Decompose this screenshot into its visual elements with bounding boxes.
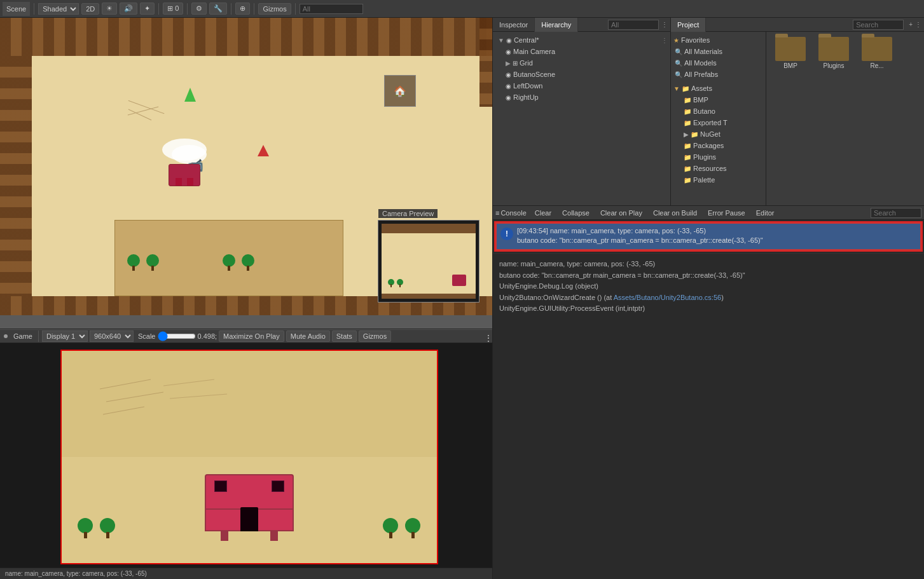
svg-rect-24	[411, 532, 415, 538]
mute-audio-button[interactable]: Mute Audio	[286, 330, 330, 342]
project-bmp[interactable]: 📁 BMP	[673, 94, 763, 106]
hierarchy-item-grid[interactable]: ▶ ⊞ Grid	[495, 57, 668, 69]
hierarchy-tab[interactable]: Hierarchy	[535, 18, 578, 32]
toolbar-sep-3	[187, 3, 188, 15]
hierarchy-menu-btn[interactable]: ⋮	[661, 21, 670, 28]
console-clear-btn[interactable]: Clear	[530, 208, 556, 217]
game-tree-2	[97, 517, 119, 541]
project-palette[interactable]: 📁 Palette	[673, 174, 763, 186]
folder-icon-bmp[interactable]: BMP	[771, 37, 810, 69]
console-editor-btn[interactable]: Editor	[751, 208, 780, 217]
game-panel-menu[interactable]: ⋮	[485, 334, 490, 339]
svg-point-4	[146, 254, 159, 267]
scale-value: 0.498;	[198, 332, 217, 340]
mode-2d-button[interactable]: 2D	[81, 3, 99, 15]
console-warning-icon: !	[500, 228, 513, 240]
project-menu-btn[interactable]: +	[906, 21, 915, 28]
game-tree-1	[74, 517, 97, 541]
console-detail-line3: UnityEngine.Debug.Log (object)	[499, 281, 918, 292]
svg-point-21	[100, 518, 115, 533]
scene-canvas[interactable]: 🏠 📹	[0, 18, 492, 315]
butano-folder-icon: 📁	[684, 108, 691, 115]
folder-icon-plugins[interactable]: Plugins	[815, 37, 853, 69]
game-gizmos-button[interactable]: Gizmos	[359, 330, 391, 342]
effects-button[interactable]: ✦	[140, 3, 155, 15]
game-tab-label[interactable]: Game	[11, 332, 35, 340]
project-butano[interactable]: 📁 Butano	[673, 106, 763, 117]
console-collapse-btn[interactable]: Collapse	[557, 208, 595, 217]
game-canvas	[0, 343, 492, 568]
project-content: ★ Favorites 🔍 All Materials 🔍 All Models	[671, 32, 924, 205]
project-nuget[interactable]: ▶ 📁 NuGet	[673, 128, 763, 140]
console-toolbar: ≡ Console Clear Collapse Clear on Play C…	[493, 206, 924, 220]
svg-point-25	[383, 518, 398, 533]
project-all-models[interactable]: 🔍 All Models	[673, 57, 763, 69]
game-tree-4	[380, 517, 402, 541]
left-down-icon: ◉	[506, 83, 511, 90]
hierarchy-item-left-down[interactable]: ◉ LeftDown	[495, 80, 668, 92]
right-up-label: RightUp	[513, 93, 539, 101]
camera-preview-window: Camera Preview	[378, 220, 479, 303]
scale-slider[interactable]	[158, 331, 196, 341]
hierarchy-item-right-up[interactable]: ◉ RightUp	[495, 92, 668, 103]
favorites-label: Favorites	[681, 36, 710, 44]
shading-dropdown[interactable]: Shaded	[38, 3, 79, 15]
all-materials-label: All Materials	[684, 48, 722, 55]
project-exported[interactable]: 📁 Exported T	[673, 117, 763, 128]
resources-label: Resources	[693, 165, 727, 172]
project-options-btn[interactable]: ⋮	[915, 21, 924, 28]
hierarchy-item-main-camera[interactable]: ◉ Main Camera	[495, 46, 668, 57]
game-panel: Game Display 1 960x640 Scale 0.498; Maxi…	[0, 329, 492, 579]
hierarchy-tab-bar: Inspector Hierarchy ⋮	[493, 18, 670, 32]
game-toolbar-dot	[4, 334, 8, 338]
maximize-on-play-button[interactable]: Maximize On Play	[219, 330, 284, 342]
snap-button[interactable]: ⚙	[191, 3, 207, 15]
all-prefabs-label: All Prefabs	[684, 71, 718, 78]
display-select[interactable]: Display 1	[42, 330, 88, 342]
brown-right-border-top	[479, 18, 492, 107]
console-error-pause-btn[interactable]: Error Pause	[703, 208, 750, 217]
favorites-header[interactable]: ★ Favorites	[673, 34, 763, 46]
project-search[interactable]	[853, 20, 904, 30]
console-clear-on-play-btn[interactable]: Clear on Play	[595, 208, 647, 217]
project-resources[interactable]: 📁 Resources	[673, 163, 763, 174]
left-down-label: LeftDown	[513, 82, 542, 90]
hierarchy-search[interactable]	[608, 20, 659, 30]
hierarchy-item-central[interactable]: ▼ ◉ Central* ⋮	[495, 34, 668, 46]
svg-line-14	[100, 379, 151, 389]
light-button[interactable]: ☀	[102, 3, 117, 15]
scene-tab-label[interactable]: Scene	[3, 2, 30, 16]
project-packages[interactable]: 📁 Packages	[673, 140, 763, 151]
folder-icon-re[interactable]: Re...	[858, 37, 896, 69]
console-search[interactable]	[871, 208, 921, 218]
assets-down-icon: ▼	[673, 85, 680, 92]
project-all-materials[interactable]: 🔍 All Materials	[673, 46, 763, 57]
audio-button[interactable]: 🔊	[120, 3, 137, 15]
main-camera-icon: ◉	[506, 48, 511, 55]
butano-scene-label: ButanoScene	[513, 71, 555, 78]
hierarchy-item-butano-scene[interactable]: ◉ ButanoScene	[495, 69, 668, 80]
resolution-select[interactable]: 960x640	[90, 330, 134, 342]
assets-header[interactable]: ▼ 📁 Assets	[673, 83, 763, 94]
toolbar-sep-6	[295, 3, 296, 15]
svg-rect-26	[389, 532, 392, 538]
stats-button[interactable]: Stats	[332, 330, 357, 342]
console-entry-1[interactable]: ! [09:43:54] name: main_camera, type: ca…	[495, 222, 921, 250]
grid-button[interactable]: ⊞ 0	[163, 3, 183, 15]
search-icon-models: 🔍	[675, 60, 682, 67]
project-tab-bar: Project + ⋮	[671, 18, 924, 32]
project-plugins[interactable]: 📁 Plugins	[673, 151, 763, 163]
red-arrow	[258, 145, 269, 158]
project-tab[interactable]: Project	[671, 18, 706, 32]
project-all-prefabs[interactable]: 🔍 All Prefabs	[673, 69, 763, 80]
console-clear-on-build-btn[interactable]: Clear on Build	[648, 208, 702, 217]
layer-button[interactable]: ⊕	[235, 3, 250, 15]
inspector-tab[interactable]: Inspector	[493, 18, 535, 32]
brown-top-border	[0, 18, 492, 56]
svg-rect-22	[106, 532, 109, 538]
gizmos-button[interactable]: Gizmos	[258, 3, 291, 15]
central-menu-btn[interactable]: ⋮	[661, 37, 668, 44]
tools-button[interactable]: 🔧	[209, 3, 227, 15]
search-input[interactable]	[300, 4, 363, 14]
console-link[interactable]: Assets/Butano/Unity2Butano.cs:56	[614, 294, 721, 301]
